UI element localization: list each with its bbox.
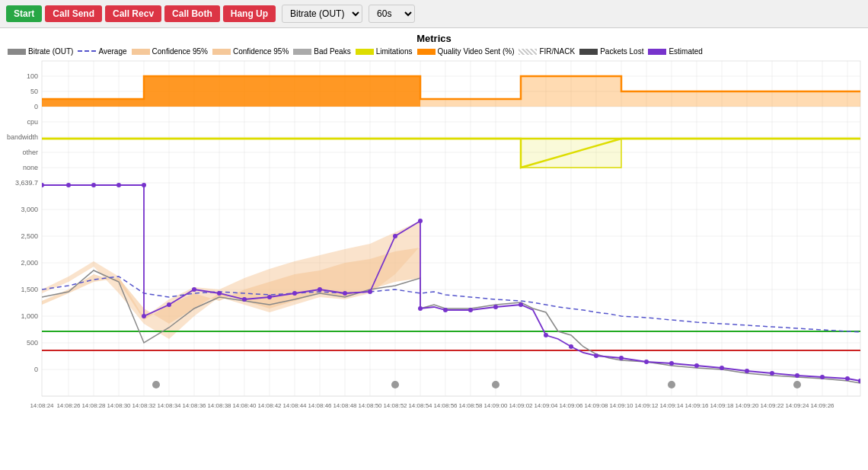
svg-point-81 (167, 302, 171, 307)
svg-text:100: 100 (27, 72, 38, 80)
svg-point-80 (142, 314, 146, 318)
svg-point-79 (142, 183, 146, 187)
svg-text:14:09:04: 14:09:04 (534, 402, 558, 409)
svg-point-91 (418, 219, 423, 223)
legend-quality-video: Quality Video Sent (%) (417, 47, 515, 56)
svg-point-83 (217, 291, 222, 296)
svg-text:14:08:26: 14:08:26 (56, 402, 81, 409)
svg-point-99 (594, 353, 598, 358)
svg-text:14:08:32: 14:08:32 (132, 402, 156, 409)
svg-text:14:08:54: 14:08:54 (408, 402, 432, 409)
svg-point-96 (519, 302, 523, 307)
call-send-button[interactable]: Call Send (45, 5, 102, 22)
svg-point-97 (544, 333, 548, 337)
legend-bad-peaks: Bad Peaks (293, 47, 350, 56)
svg-text:2,000: 2,000 (21, 259, 38, 267)
legend-average: Average (78, 47, 126, 56)
svg-text:50: 50 (30, 88, 38, 95)
svg-text:500: 500 (27, 339, 38, 347)
svg-text:14:09:24: 14:09:24 (785, 402, 809, 409)
svg-text:14:08:40: 14:08:40 (232, 402, 257, 409)
svg-point-106 (770, 371, 774, 376)
svg-point-86 (292, 291, 297, 296)
svg-point-95 (493, 305, 498, 309)
svg-text:14:09:16: 14:09:16 (685, 402, 709, 409)
chart-title: Metrics (0, 28, 868, 46)
svg-text:0: 0 (34, 366, 38, 373)
svg-text:14:09:14: 14:09:14 (659, 402, 684, 409)
svg-text:14:09:26: 14:09:26 (810, 402, 834, 409)
svg-text:14:08:28: 14:08:28 (81, 402, 106, 409)
svg-point-98 (569, 344, 573, 349)
legend-packets-lost: Packets Lost (579, 47, 643, 56)
toolbar: Start Call Send Call Recv Call Both Hang… (0, 0, 868, 28)
svg-text:14:08:42: 14:08:42 (257, 402, 282, 409)
svg-text:3,639.7: 3,639.7 (15, 179, 38, 187)
svg-point-84 (242, 297, 247, 302)
chart-legend: Bitrate (OUT) Average Confidence 95% Con… (0, 46, 868, 57)
svg-point-88 (343, 291, 347, 296)
legend-bitrate-out: Bitrate (OUT) (8, 47, 73, 56)
svg-point-94 (468, 308, 473, 312)
svg-text:none: none (23, 164, 38, 171)
svg-text:14:08:46: 14:08:46 (308, 402, 332, 409)
legend-limitations: Limitations (356, 47, 413, 56)
svg-text:14:09:02: 14:09:02 (509, 402, 533, 409)
svg-point-102 (669, 361, 674, 366)
svg-text:14:08:34: 14:08:34 (157, 402, 181, 409)
svg-point-78 (116, 183, 121, 187)
svg-text:14:08:48: 14:08:48 (333, 402, 357, 409)
start-button[interactable]: Start (6, 5, 42, 22)
svg-text:14:09:10: 14:09:10 (609, 402, 633, 409)
svg-text:2,500: 2,500 (21, 232, 38, 240)
svg-text:3,000: 3,000 (21, 206, 38, 213)
svg-text:other: other (22, 149, 38, 156)
svg-point-103 (694, 363, 699, 368)
call-both-button[interactable]: Call Both (164, 5, 220, 22)
svg-point-114 (668, 381, 675, 388)
svg-text:1,000: 1,000 (21, 312, 38, 320)
svg-text:14:09:12: 14:09:12 (634, 402, 659, 409)
svg-point-104 (720, 366, 724, 370)
svg-text:14:09:08: 14:09:08 (584, 402, 608, 409)
svg-text:14:08:58: 14:08:58 (458, 402, 483, 409)
svg-point-77 (91, 183, 96, 187)
svg-point-92 (418, 306, 423, 311)
svg-point-111 (152, 381, 160, 388)
svg-point-113 (492, 381, 499, 388)
svg-point-107 (795, 373, 799, 378)
hang-up-button[interactable]: Hang Up (223, 5, 276, 22)
svg-text:14:08:56: 14:08:56 (433, 402, 458, 409)
metrics-chart: 100 50 0 cpu bandwidth other none 3,639.… (0, 57, 868, 430)
svg-text:0: 0 (34, 103, 38, 110)
svg-point-87 (318, 287, 322, 292)
svg-point-108 (820, 375, 825, 379)
svg-text:14:09:20: 14:09:20 (735, 402, 759, 409)
svg-text:14:09:00: 14:09:00 (483, 402, 508, 409)
bitrate-select[interactable]: Bitrate (OUT) Bitrate (IN) (282, 5, 362, 23)
svg-text:14:08:30: 14:08:30 (107, 402, 131, 409)
svg-point-112 (391, 381, 399, 388)
legend-confidence1: Confidence 95% (132, 47, 208, 56)
svg-text:bandwidth: bandwidth (7, 133, 38, 141)
svg-rect-70 (521, 139, 621, 168)
svg-text:cpu: cpu (27, 118, 38, 126)
svg-point-101 (644, 360, 649, 364)
svg-point-90 (393, 234, 397, 238)
svg-point-93 (443, 308, 448, 312)
svg-text:14:09:18: 14:09:18 (710, 402, 734, 409)
svg-point-115 (793, 381, 801, 388)
svg-text:14:08:50: 14:08:50 (358, 402, 382, 409)
svg-text:14:08:52: 14:08:52 (383, 402, 407, 409)
time-select[interactable]: 10s 30s 60s 120s 300s (369, 5, 415, 23)
svg-point-105 (745, 369, 749, 373)
svg-rect-1 (42, 61, 860, 396)
svg-point-109 (845, 376, 850, 381)
svg-point-75 (40, 183, 44, 187)
chart-area: Metrics Bitrate (OUT) Average Confidence… (0, 28, 868, 470)
svg-point-76 (66, 183, 71, 187)
call-recv-button[interactable]: Call Recv (105, 5, 161, 22)
svg-text:14:09:22: 14:09:22 (760, 402, 784, 409)
svg-point-89 (368, 289, 372, 294)
svg-text:14:09:06: 14:09:06 (559, 402, 583, 409)
